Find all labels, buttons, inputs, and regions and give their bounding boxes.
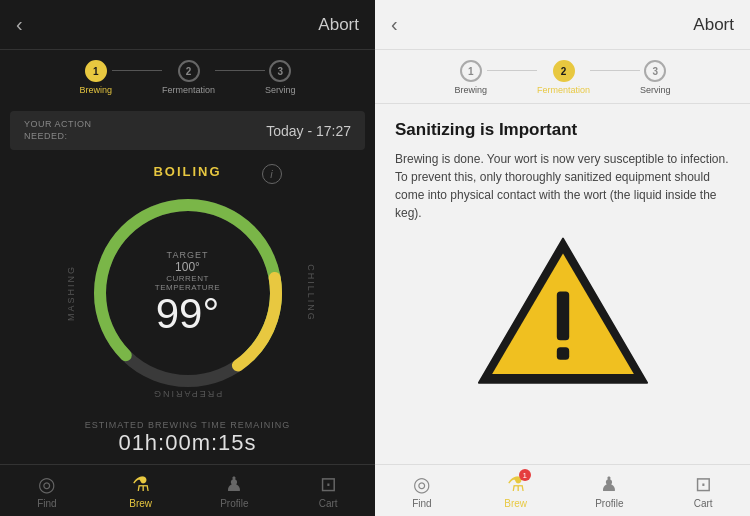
- right-tab-cart-label: Cart: [694, 498, 713, 509]
- target-value: 100°: [155, 260, 220, 274]
- right-tab-brew-label: Brew: [504, 498, 527, 509]
- gauge-center: TARGET 100° CURRENT TEMPERATURE 99°: [155, 250, 220, 335]
- sanitizing-title: Sanitizing is Important: [395, 120, 730, 140]
- warning-container: [395, 234, 730, 389]
- left-step-1[interactable]: 1 Brewing: [79, 60, 112, 95]
- right-tab-profile[interactable]: ♟ Profile: [563, 472, 657, 509]
- right-step-3[interactable]: 3 Serving: [640, 60, 671, 95]
- time-remaining-value: 01h:00m:15s: [0, 430, 375, 456]
- brew-icon: ⚗: [132, 472, 150, 496]
- right-abort-label[interactable]: Abort: [693, 15, 734, 35]
- right-profile-icon: ♟: [600, 472, 618, 496]
- left-panel: ‹ Abort 1 Brewing 2 Fermentation 3 Servi…: [0, 0, 375, 516]
- right-steps-bar: 1 Brewing 2 Fermentation 3 Serving: [375, 50, 750, 104]
- right-step-2[interactable]: 2 Fermentation: [537, 60, 590, 95]
- left-step-3[interactable]: 3 Serving: [265, 60, 296, 95]
- find-icon: ◎: [38, 472, 55, 496]
- right-back-button[interactable]: ‹: [391, 13, 398, 36]
- left-tab-profile-label: Profile: [220, 498, 248, 509]
- left-tab-cart-label: Cart: [319, 498, 338, 509]
- left-step-2[interactable]: 2 Fermentation: [162, 60, 215, 95]
- left-tab-profile[interactable]: ♟ Profile: [188, 472, 282, 509]
- preparing-label: PREPARING: [152, 389, 222, 399]
- chilling-label: CHILLING: [306, 264, 316, 322]
- right-tab-profile-label: Profile: [595, 498, 623, 509]
- warning-triangle-svg: [473, 234, 653, 389]
- left-tab-find-label: Find: [37, 498, 56, 509]
- left-back-button[interactable]: ‹: [16, 13, 23, 36]
- right-tab-find-label: Find: [412, 498, 431, 509]
- action-time: Today - 17:27: [266, 123, 351, 139]
- right-tab-brew[interactable]: ⚗ 1 Brew: [469, 472, 563, 509]
- right-step-3-circle: 3: [644, 60, 666, 82]
- action-needed-label: YOUR ACTION NEEDED:: [24, 119, 92, 142]
- right-find-icon: ◎: [413, 472, 430, 496]
- right-step-1-label: Brewing: [454, 85, 487, 95]
- left-step-1-circle: 1: [85, 60, 107, 82]
- sanitizing-text: Brewing is done. Your wort is now very s…: [395, 150, 730, 222]
- left-tab-brew-label: Brew: [129, 498, 152, 509]
- svg-rect-6: [556, 347, 568, 359]
- cart-icon: ⊡: [320, 472, 337, 496]
- action-banner: YOUR ACTION NEEDED: Today - 17:27: [10, 111, 365, 150]
- left-step-2-circle: 2: [178, 60, 200, 82]
- left-step-line-2: [215, 70, 265, 71]
- current-temp-value: 99°: [155, 293, 220, 335]
- right-step-1[interactable]: 1 Brewing: [454, 60, 487, 95]
- right-tab-bar: ◎ Find ⚗ 1 Brew ♟ Profile ⊡ Cart: [375, 464, 750, 516]
- est-label: ESTIMATED BREWING TIME REMAINING: [0, 420, 375, 430]
- left-top-bar: ‹ Abort: [0, 0, 375, 50]
- left-step-3-circle: 3: [269, 60, 291, 82]
- left-step-3-label: Serving: [265, 85, 296, 95]
- right-panel: ‹ Abort 1 Brewing 2 Fermentation 3 Servi…: [375, 0, 750, 516]
- target-label: TARGET: [155, 250, 220, 260]
- right-step-line-1: [487, 70, 537, 71]
- info-icon[interactable]: i: [262, 164, 282, 184]
- brew-badge-container: ⚗ 1: [507, 472, 525, 496]
- right-cart-icon: ⊡: [695, 472, 712, 496]
- right-top-bar: ‹ Abort: [375, 0, 750, 50]
- left-step-line-1: [112, 70, 162, 71]
- left-step-2-label: Fermentation: [162, 85, 215, 95]
- right-step-1-circle: 1: [460, 60, 482, 82]
- left-abort-label[interactable]: Abort: [318, 15, 359, 35]
- gauge-area: BOILING i MASHING CHILLING: [0, 158, 375, 414]
- left-step-1-label: Brewing: [79, 85, 112, 95]
- mashing-label: MASHING: [66, 265, 76, 321]
- right-step-line-2: [590, 70, 640, 71]
- svg-rect-5: [556, 292, 568, 341]
- gauge-svg-container: TARGET 100° CURRENT TEMPERATURE 99°: [78, 183, 298, 403]
- left-tab-find[interactable]: ◎ Find: [0, 472, 94, 509]
- profile-icon: ♟: [225, 472, 243, 496]
- time-remaining-section: ESTIMATED BREWING TIME REMAINING 01h:00m…: [0, 414, 375, 464]
- right-step-3-label: Serving: [640, 85, 671, 95]
- brew-badge: 1: [519, 469, 531, 481]
- right-step-2-label: Fermentation: [537, 85, 590, 95]
- boiling-label: BOILING: [153, 164, 221, 179]
- right-content: Sanitizing is Important Brewing is done.…: [375, 104, 750, 464]
- gauge-wrapper: MASHING CHILLING TARGET: [78, 183, 298, 403]
- right-tab-find[interactable]: ◎ Find: [375, 472, 469, 509]
- right-step-2-circle: 2: [553, 60, 575, 82]
- left-steps-bar: 1 Brewing 2 Fermentation 3 Serving: [0, 50, 375, 103]
- left-tab-cart[interactable]: ⊡ Cart: [281, 472, 375, 509]
- left-tab-bar: ◎ Find ⚗ Brew ♟ Profile ⊡ Cart: [0, 464, 375, 516]
- right-tab-cart[interactable]: ⊡ Cart: [656, 472, 750, 509]
- left-tab-brew[interactable]: ⚗ Brew: [94, 472, 188, 509]
